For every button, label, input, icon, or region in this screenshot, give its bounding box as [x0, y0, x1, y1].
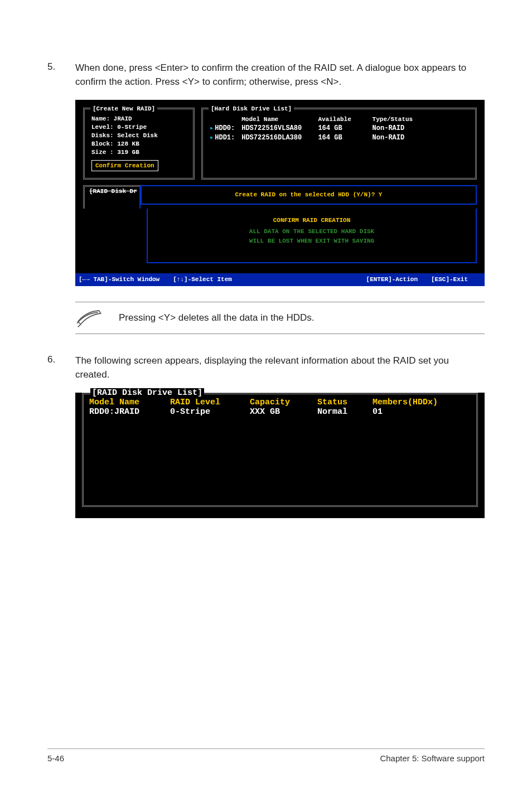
hdr-model: Model Name — [89, 398, 165, 407]
step5-num: 5. — [47, 61, 75, 89]
cell-status: Normal — [317, 407, 367, 417]
note-text: Pressing <Y> deletes all the data in the… — [119, 312, 315, 323]
warn-line1: CONFIRM RAID CREATION — [156, 216, 468, 225]
footer-tab: [←→ TAB]-Switch Window — [79, 276, 159, 284]
confirmation-dialog: Create RAID on the selected HDD (Y/N)? Y — [141, 185, 477, 205]
bullet-icon: ▸ — [210, 133, 214, 142]
field-disks: Disks: Select Disk — [91, 132, 186, 140]
page-number: 5-46 — [47, 753, 64, 763]
footer-enter: [ENTER]-Action — [366, 276, 418, 284]
create-new-raid-box: [Create New RAID] Name: JRAID Level: 0-S… — [83, 108, 195, 180]
hdr-level: RAID Level — [170, 398, 245, 407]
confirm-creation-item: Confirm Creation — [91, 160, 158, 172]
page-footer: 5-46 Chapter 5: Software support — [47, 748, 485, 763]
footer-select: [↑↓]-Select Item — [173, 276, 232, 284]
console-screenshot-2: [RAID Disk Drive List] Model Name RAID L… — [75, 393, 485, 518]
hdr-members: Members(HDDx) — [373, 398, 438, 407]
note-callout: Pressing <Y> deletes all the data in the… — [75, 302, 485, 334]
field-level: Level: 0-Stripe — [91, 123, 186, 132]
field-name: Name: JRAID — [91, 115, 186, 123]
hdr-status: Status — [317, 398, 367, 407]
field-size: Size : 319 GB — [91, 148, 186, 157]
warning-block: CONFIRM RAID CREATION ALL DATA ON THE SE… — [147, 209, 477, 264]
field-block: Block: 128 KB — [91, 140, 186, 148]
raid-header-row: Model Name RAID Level Capacity Status Me… — [89, 398, 471, 407]
raid-disk-dr-fragment: [RAID Disk Dr — [83, 185, 141, 208]
step-5: 5. When done, press <Enter> to confirm t… — [47, 61, 485, 89]
step-6: 6. The following screen appears, display… — [47, 354, 485, 381]
cell-level: 0-Stripe — [170, 407, 245, 417]
raid-dr-title: [RAID Disk Dr — [88, 188, 138, 195]
hdr-capacity: Capacity — [250, 398, 312, 407]
warn-line2: ALL DATA ON THE SELECTED HARD DISK — [156, 228, 468, 236]
console-screenshot-1: [Create New RAID] Name: JRAID Level: 0-S… — [75, 100, 485, 286]
chapter-label: Chapter 5: Software support — [380, 753, 485, 763]
raid-data-row: RDD0:JRAID 0-Stripe XXX GB Normal 01 — [89, 407, 471, 417]
console-footer-bar: [←→ TAB]-Switch Window [↑↓]-Select Item … — [75, 273, 485, 286]
hdd-list-box: [Hard Disk Drive List] Model Name Availa… — [201, 108, 477, 180]
hdd-header-row: Model Name Available Type/Status — [210, 115, 468, 124]
bullet-icon: ▸ — [210, 124, 214, 133]
cell-capacity: XXX GB — [250, 407, 312, 417]
step5-text: When done, press <Enter> to confirm the … — [75, 61, 485, 89]
step6-text: The following screen appears, displaying… — [75, 354, 485, 381]
footer-esc: [ESC]-Exit — [431, 276, 468, 284]
raid-list-title: [RAID Disk Drive List] — [90, 388, 204, 398]
raid-disk-drive-list-box: [RAID Disk Drive List] Model Name RAID L… — [82, 393, 478, 507]
create-new-title: [Create New RAID] — [90, 105, 157, 113]
step6-num: 6. — [47, 354, 75, 381]
hdr-type: Type/Status — [373, 115, 423, 124]
cell-model: RDD0:JRAID — [89, 407, 165, 417]
note-icon — [75, 308, 104, 328]
hdd-row-1: ▸HDD1: HDS722516DLA380 164 GB Non-RAID — [210, 133, 468, 142]
cell-members: 01 — [373, 407, 383, 417]
hdd-row-0: ▸HDD0: HDS722516VLSA80 164 GB Non-RAID — [210, 124, 468, 133]
hdr-model: Model Name — [241, 115, 314, 124]
hdd-list-title: [Hard Disk Drive List] — [209, 105, 294, 113]
hdr-available: Available — [318, 115, 368, 124]
warn-line3: WILL BE LOST WHEN EXIT WITH SAVING — [156, 237, 468, 245]
